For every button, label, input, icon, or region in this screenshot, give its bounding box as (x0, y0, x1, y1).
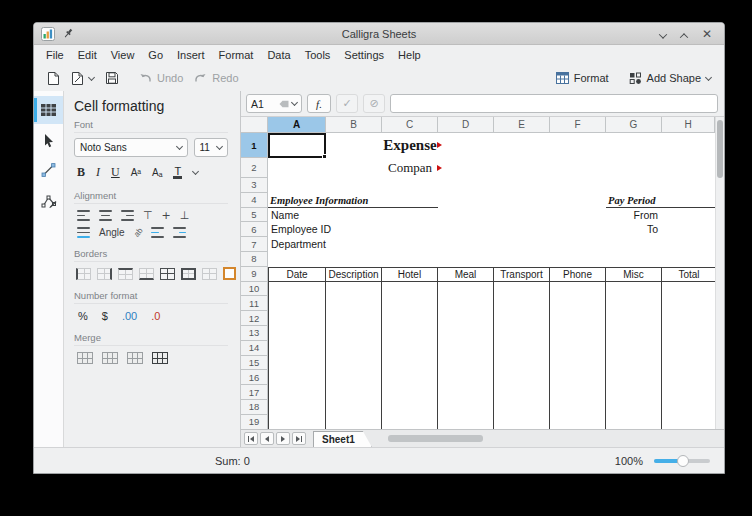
open-document-button[interactable] (67, 68, 98, 88)
sheet-tab[interactable]: Sheet1 (313, 431, 372, 447)
valign-top-icon[interactable]: ⊤ (143, 210, 153, 221)
column-header-G[interactable]: G (606, 117, 662, 133)
border-right-icon[interactable] (97, 268, 112, 280)
increase-indent-icon[interactable] (173, 227, 186, 238)
menu-item-data[interactable]: Data (260, 47, 297, 63)
row-header-19[interactable]: 19 (241, 415, 268, 429)
cell-employee-id[interactable]: Employee ID (271, 222, 331, 237)
border-outside-icon[interactable] (181, 268, 196, 280)
row-header-14[interactable]: 14 (241, 341, 268, 356)
add-shape-button[interactable]: Add Shape (625, 68, 715, 88)
valign-bottom-icon[interactable]: ⊥ (180, 210, 190, 221)
selection-tool-button[interactable] (34, 126, 63, 154)
row-header-2[interactable]: 2 (241, 158, 268, 178)
row-header-7[interactable]: 7 (241, 237, 268, 252)
first-sheet-button[interactable] (244, 432, 258, 445)
row-header-11[interactable]: 11 (241, 296, 268, 311)
row-header-18[interactable]: 18 (241, 400, 268, 415)
expense-table-header-misc[interactable]: Misc (606, 268, 662, 281)
expense-table-header-meal[interactable]: Meal (438, 268, 494, 281)
wrap-text-icon[interactable] (77, 227, 90, 238)
currency-format-button[interactable]: $ (102, 310, 108, 322)
expense-table-header-total[interactable]: Total (662, 268, 715, 281)
apply-formula-button[interactable]: ✓ (336, 94, 358, 113)
add-shape-chevron[interactable] (705, 73, 712, 80)
formula-input[interactable] (390, 94, 718, 113)
menu-item-view[interactable]: View (104, 47, 142, 63)
cell-tool-button[interactable] (34, 96, 63, 124)
open-dropdown-chevron[interactable] (88, 73, 95, 80)
row-header-6[interactable]: 6 (241, 222, 268, 237)
row-header-8[interactable]: 8 (241, 252, 268, 267)
undo-button[interactable]: Undo (135, 68, 187, 88)
cell-department[interactable]: Department (271, 237, 326, 252)
row-header-17[interactable]: 17 (241, 385, 268, 400)
menu-item-go[interactable]: Go (141, 47, 170, 63)
minimize-button[interactable] (660, 25, 666, 43)
expense-table-header-transport[interactable]: Transport (494, 268, 550, 281)
cancel-formula-button[interactable]: ⊘ (363, 94, 385, 113)
decrease-indent-icon[interactable] (151, 227, 164, 238)
column-header-E[interactable]: E (494, 117, 550, 133)
expense-table-column-date[interactable] (268, 282, 326, 429)
format-button[interactable]: Format (552, 68, 613, 88)
expense-table-column-description[interactable] (326, 282, 382, 429)
cell-pay-period[interactable]: Pay Period (606, 193, 715, 208)
menu-item-tools[interactable]: Tools (298, 47, 338, 63)
cell-company[interactable]: Compan (382, 158, 438, 178)
align-right-icon[interactable] (121, 210, 134, 221)
function-button[interactable]: f. (307, 94, 331, 113)
menu-item-insert[interactable]: Insert (170, 47, 212, 63)
row-header-3[interactable]: 3 (241, 178, 268, 193)
zoom-slider[interactable] (654, 459, 710, 463)
next-sheet-button[interactable] (276, 432, 290, 445)
rotate-text-icon[interactable]: ab (132, 226, 145, 239)
underline-button[interactable]: U (111, 165, 120, 180)
row-header-4[interactable]: 4 (241, 193, 268, 208)
row-header-12[interactable]: 12 (241, 311, 268, 326)
percent-format-button[interactable]: % (78, 310, 88, 322)
column-header-B[interactable]: B (326, 117, 382, 133)
title-bar[interactable]: Calligra Sheets ✕ (34, 23, 724, 45)
menu-item-settings[interactable]: Settings (337, 47, 391, 63)
increase-precision-button[interactable]: .00 (122, 310, 137, 322)
superscript-button[interactable]: Aᵃ (131, 167, 141, 178)
expense-table-header-hotel[interactable]: Hotel (382, 268, 438, 281)
path-edit-tool-button[interactable] (34, 186, 63, 214)
column-header-A[interactable]: A (268, 117, 326, 133)
select-all-corner[interactable] (241, 117, 268, 133)
bold-button[interactable]: B (77, 165, 85, 180)
expense-table-header-phone[interactable]: Phone (550, 268, 606, 281)
row-header-13[interactable]: 13 (241, 326, 268, 341)
expense-table-column-phone[interactable] (550, 282, 606, 429)
menu-item-format[interactable]: Format (212, 47, 261, 63)
cell-reference-box[interactable]: A1 (246, 94, 302, 113)
connector-tool-button[interactable] (34, 156, 63, 184)
redo-button[interactable]: Redo (190, 68, 242, 88)
sheet-content[interactable]: Expense Compan Employee Information Pay … (268, 133, 715, 429)
row-header-9[interactable]: 9 (241, 267, 268, 282)
menu-item-help[interactable]: Help (391, 47, 428, 63)
border-bottom-icon[interactable] (139, 268, 154, 280)
cell-selection-a1[interactable] (268, 133, 326, 158)
row-header-10[interactable]: 10 (241, 282, 268, 297)
zoom-slider-knob[interactable] (677, 455, 689, 467)
vertical-scrollbar[interactable] (715, 117, 724, 429)
maximize-button[interactable] (681, 25, 687, 43)
merge-horizontal-icon[interactable] (102, 352, 118, 364)
border-all-icon[interactable] (160, 268, 175, 280)
merge-cells-icon[interactable] (77, 352, 93, 364)
last-sheet-button[interactable] (292, 432, 306, 445)
border-none-icon[interactable] (202, 268, 217, 280)
previous-sheet-button[interactable] (260, 432, 274, 445)
close-button[interactable]: ✕ (702, 28, 712, 40)
font-color-chevron[interactable] (192, 168, 199, 175)
menu-item-file[interactable]: File (39, 47, 71, 63)
column-header-H[interactable]: H (662, 117, 715, 133)
cell-reference-chevron[interactable] (291, 99, 298, 106)
horizontal-scrollbar-thumb[interactable] (388, 435, 483, 442)
expense-table-column-transport[interactable] (494, 282, 550, 429)
row-header-15[interactable]: 15 (241, 356, 268, 371)
column-header-C[interactable]: C (382, 117, 438, 133)
font-size-select[interactable]: 11 (194, 138, 228, 157)
